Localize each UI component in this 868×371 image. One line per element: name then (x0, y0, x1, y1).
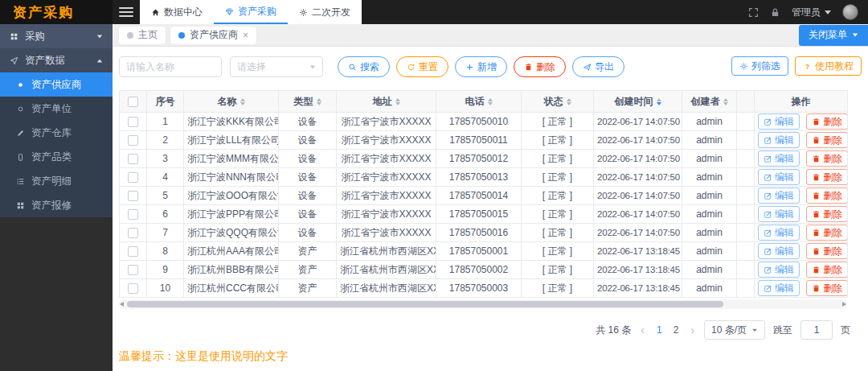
sort-icon[interactable] (317, 98, 321, 105)
page-size-select[interactable]: 10 条/页 (704, 320, 765, 340)
col-header-type[interactable]: 类型 (279, 91, 337, 113)
edit-button[interactable]: 编辑 (758, 225, 800, 241)
sidebar-item-asset-unit[interactable]: 资产单位 (0, 97, 113, 121)
sort-icon[interactable] (723, 98, 728, 105)
edit-button[interactable]: 编辑 (758, 262, 800, 278)
col-header-phone[interactable]: 电话 (436, 91, 522, 113)
delete-button[interactable]: 删除 (806, 225, 847, 241)
plane-icon (10, 56, 18, 65)
top-nav: 数据中心 资产采购 二次开发 (140, 0, 362, 24)
gear-icon (299, 8, 308, 17)
reset-button[interactable]: 重置 (396, 56, 448, 77)
sort-icon[interactable] (395, 98, 400, 105)
horizontal-scrollbar[interactable] (119, 299, 847, 309)
delete-button[interactable]: 删除 (806, 113, 847, 130)
edit-button[interactable]: 编辑 (758, 243, 800, 259)
user-menu[interactable]: 管理员 (792, 6, 831, 19)
sidebar-item-asset-data[interactable]: 资产数据 (0, 48, 113, 72)
col-header-address[interactable]: 地址 (337, 91, 436, 113)
edit-button[interactable]: 编辑 (758, 169, 800, 185)
fullscreen-icon[interactable] (748, 7, 759, 18)
row-checkbox[interactable] (128, 283, 138, 294)
edit-button[interactable]: 编辑 (758, 132, 800, 148)
delete-button[interactable]: 删除 (806, 188, 847, 204)
edit-button[interactable]: 编辑 (758, 188, 800, 204)
close-icon[interactable]: × (243, 31, 248, 40)
jump-page-input[interactable] (800, 320, 833, 340)
name-search-input[interactable] (119, 56, 222, 77)
delete-button[interactable]: 删除 (806, 206, 847, 222)
nav-item-data-center[interactable]: 数据中心 (140, 0, 214, 24)
close-menu-button[interactable]: 关闭菜单 (799, 25, 868, 46)
sort-icon[interactable] (240, 98, 245, 105)
row-checkbox[interactable] (128, 265, 138, 275)
add-button[interactable]: 新增 (455, 56, 507, 77)
table-row: 1 浙江宁波KKK有限公司 设备 浙江省宁波市XXXXX 17857050010… (120, 113, 848, 131)
export-button[interactable]: 导出 (572, 56, 624, 77)
sidebar-item-asset-repair[interactable]: 资产报修 (0, 193, 113, 217)
delete-button[interactable]: 删除 (806, 150, 847, 167)
mobile-icon (16, 153, 25, 162)
sidebar-item-asset-detail[interactable]: 资产明细 (0, 169, 113, 193)
delete-button[interactable]: 删除 (806, 169, 847, 185)
page-number-2[interactable]: 2 (671, 324, 682, 336)
sidebar-item-asset-category[interactable]: 资产品类 (0, 145, 113, 169)
tab-home[interactable]: 主页 (119, 27, 166, 44)
edit-label: 编辑 (775, 171, 794, 184)
edit-button[interactable]: 编辑 (758, 113, 800, 130)
sidebar-item-asset-supplier[interactable]: 资产供应商 (0, 72, 113, 97)
hamburger-menu-icon[interactable] (113, 0, 140, 24)
search-button[interactable]: 搜索 (338, 56, 390, 77)
col-header-status[interactable]: 状态 (522, 91, 594, 113)
delete-button[interactable]: 删除 (514, 56, 566, 77)
sort-icon[interactable] (567, 98, 571, 105)
row-checkbox[interactable] (128, 172, 138, 183)
row-checkbox[interactable] (128, 228, 138, 238)
table-row: 8 浙江杭州AAA有限公司 资产 浙江省杭州市西湖区XX... 17857050… (120, 242, 848, 261)
tutorial-button[interactable]: ?使用教程 (795, 56, 862, 76)
nav-item-asset-procurement[interactable]: 资产采购 (214, 0, 288, 24)
cell-phone: 17857050010 (436, 113, 522, 131)
cell-name: 浙江杭州BBB有限公司 (184, 261, 279, 279)
nav-item-secondary-dev[interactable]: 二次开发 (288, 0, 362, 24)
delete-button[interactable]: 删除 (806, 262, 847, 278)
scroll-left-icon[interactable] (120, 302, 124, 307)
type-select[interactable]: 请选择 (230, 56, 323, 77)
sidebar-item-asset-warehouse[interactable]: 资产仓库 (0, 121, 113, 145)
column-filter-button[interactable]: 列筛选 (731, 56, 788, 76)
row-checkbox[interactable] (128, 209, 138, 220)
row-checkbox[interactable] (128, 135, 138, 146)
cell-creator: admin (682, 261, 737, 279)
row-checkbox[interactable] (128, 117, 138, 127)
col-header-creator[interactable]: 创建者 (682, 91, 737, 113)
row-checkbox[interactable] (128, 154, 138, 164)
prev-page-button[interactable]: ‹ (639, 324, 646, 336)
scrollbar-thumb[interactable] (127, 301, 723, 307)
sort-icon[interactable] (488, 98, 493, 105)
avatar[interactable] (842, 4, 858, 20)
delete-button[interactable]: 删除 (806, 243, 847, 259)
cell-type: 资产 (279, 261, 337, 279)
col-header-name[interactable]: 名称 (184, 91, 279, 113)
lock-icon[interactable] (770, 7, 780, 18)
delete-button[interactable]: 删除 (806, 280, 847, 296)
next-page-button[interactable]: › (689, 324, 696, 336)
delete-button[interactable]: 删除 (806, 132, 847, 148)
col-header-created-time[interactable]: 创建时间 (594, 91, 682, 113)
row-checkbox[interactable] (128, 191, 138, 201)
sidebar-item-procurement[interactable]: 采购 (0, 24, 113, 48)
scroll-right-icon[interactable] (842, 302, 846, 307)
tab-asset-supplier[interactable]: 资产供应商 × (170, 27, 256, 44)
edit-button[interactable]: 编辑 (758, 206, 800, 222)
delete-label: 删除 (823, 152, 842, 166)
table-row: 4 浙江宁波NNN有限公司 设备 浙江省宁波市XXXXX 17857050013… (120, 168, 848, 187)
row-checkbox[interactable] (128, 246, 138, 257)
sort-icon[interactable] (657, 98, 661, 105)
edit-button[interactable]: 编辑 (758, 150, 800, 167)
page-number-1[interactable]: 1 (654, 324, 665, 336)
edit-button[interactable]: 编辑 (758, 280, 800, 296)
select-all-checkbox[interactable] (128, 97, 138, 107)
cell-creator: admin (682, 131, 737, 150)
cell-name: 浙江宁波LLL有限公司 (184, 131, 279, 150)
cell-index: 5 (147, 187, 184, 205)
